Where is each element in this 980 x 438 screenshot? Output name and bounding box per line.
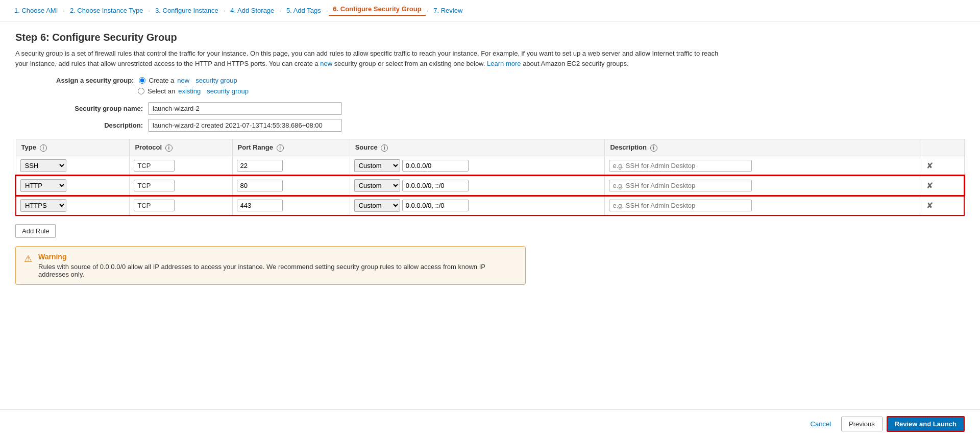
rules-table: Type i Protocol i Port Range i Source i … (15, 139, 965, 216)
main-content: Step 6: Configure Security Group A secur… (0, 21, 980, 295)
assign-row-2: Select an existing security group (56, 87, 965, 95)
desc-input-2[interactable] (609, 180, 752, 191)
warning-text: Rules with source of 0.0.0.0/0 allow all… (38, 263, 517, 278)
desc-info-icon[interactable]: i (650, 144, 657, 152)
protocol-cell-3 (130, 196, 232, 215)
add-rule-button[interactable]: Add Rule (15, 224, 56, 238)
type-cell-2: SSH HTTP HTTPS Custom TCP (16, 176, 130, 196)
existing-link[interactable]: existing (178, 87, 201, 95)
remove-cell-3: ✘ (919, 196, 964, 215)
sg-desc-label: Description: (56, 121, 148, 129)
form-section: Security group name: Description: (56, 102, 965, 132)
source-info-icon[interactable]: i (381, 144, 388, 152)
step-6[interactable]: 6. Configure Security Group (329, 5, 425, 16)
protocol-field-1 (134, 160, 175, 172)
protocol-field-2 (134, 180, 175, 191)
desc-cell-1 (605, 156, 919, 176)
source-cell-2: Custom Anywhere My IP (350, 176, 605, 196)
select-existing-radio[interactable] (138, 88, 144, 94)
protocol-cell-2 (130, 176, 232, 196)
source-input-2[interactable] (402, 180, 469, 191)
bottom-navigation: Cancel Previous Review and Launch (0, 409, 980, 438)
review-and-launch-button[interactable]: Review and Launch (887, 416, 965, 432)
sg-desc-row: Description: (56, 119, 965, 132)
create-new-option[interactable]: Create a new security group (139, 77, 237, 84)
type-select-1[interactable]: SSH HTTP HTTPS Custom TCP Custom UDP (20, 159, 66, 172)
step-4[interactable]: 4. Add Storage (226, 7, 278, 14)
type-select-2[interactable]: SSH HTTP HTTPS Custom TCP (20, 179, 66, 192)
step-3[interactable]: 3. Configure Instance (151, 7, 223, 14)
source-select-2[interactable]: Custom Anywhere My IP (354, 179, 400, 192)
rules-table-body: SSH HTTP HTTPS Custom TCP Custom UDP (16, 156, 964, 215)
new-link[interactable]: new (177, 77, 189, 84)
step-5[interactable]: 5. Add Tags (282, 7, 325, 14)
source-cell-wrapper-3: Custom Anywhere My IP (354, 199, 601, 212)
desc-cell-2 (605, 176, 919, 196)
type-info-icon[interactable]: i (40, 144, 47, 152)
step-7[interactable]: 7. Review (429, 7, 467, 14)
learn-more-link[interactable]: Learn more (487, 60, 521, 67)
sg-name-input[interactable] (148, 102, 342, 115)
new-security-group-link[interactable]: new (320, 60, 332, 67)
sg-desc-input[interactable] (148, 119, 342, 132)
source-select-1[interactable]: Custom Anywhere My IP (354, 159, 400, 172)
desc-input-3[interactable] (609, 200, 752, 211)
page-description: A security group is a set of firewall ru… (15, 48, 730, 68)
port-cell-1 (232, 156, 350, 176)
sg-name-label: Security group name: (56, 105, 148, 112)
port-field-1[interactable] (237, 160, 283, 172)
existing-sg-link[interactable]: security group (207, 87, 249, 95)
col-description: Description i (605, 139, 919, 156)
table-row: SSH HTTP HTTPS Custom TCP Custom (16, 176, 964, 196)
col-type: Type i (16, 139, 130, 156)
source-input-1[interactable] (402, 160, 469, 172)
port-field-3[interactable] (237, 200, 283, 211)
protocol-field-3 (134, 200, 175, 211)
remove-rule-2[interactable]: ✘ (923, 180, 936, 191)
warning-box: ⚠ Warning Rules with source of 0.0.0.0/0… (15, 246, 526, 285)
cancel-button[interactable]: Cancel (804, 417, 837, 431)
step-separator-6: · (426, 7, 430, 14)
source-cell-3: Custom Anywhere My IP (350, 196, 605, 215)
rules-table-header: Type i Protocol i Port Range i Source i … (16, 139, 964, 156)
step-separator-3: · (223, 7, 227, 14)
table-row: SSH HTTP HTTPS Custom TCP Custom (16, 196, 964, 215)
rules-header-row: Type i Protocol i Port Range i Source i … (16, 139, 964, 156)
warning-content: Warning Rules with source of 0.0.0.0/0 a… (38, 253, 517, 278)
col-remove (919, 139, 964, 156)
port-cell-2 (232, 176, 350, 196)
previous-button[interactable]: Previous (841, 417, 883, 431)
source-cell-1: Custom Anywhere My IP (350, 156, 605, 176)
port-cell-3 (232, 196, 350, 215)
source-input-3[interactable] (402, 200, 469, 211)
assign-label: Assign a security group: (56, 77, 139, 84)
table-row: SSH HTTP HTTPS Custom TCP Custom UDP (16, 156, 964, 176)
type-cell-1: SSH HTTP HTTPS Custom TCP Custom UDP (16, 156, 130, 176)
sg-name-row: Security group name: (56, 102, 965, 115)
port-info-icon[interactable]: i (277, 144, 284, 152)
desc-cell-3 (605, 196, 919, 215)
col-port-range: Port Range i (232, 139, 350, 156)
warning-title: Warning (38, 253, 517, 261)
type-select-3[interactable]: SSH HTTP HTTPS Custom TCP (20, 199, 66, 212)
remove-rule-1[interactable]: ✘ (923, 160, 936, 172)
security-group-link[interactable]: security group (195, 77, 237, 84)
remove-rule-3[interactable]: ✘ (923, 200, 936, 211)
remove-cell-1: ✘ (919, 156, 964, 176)
source-cell-wrapper-2: Custom Anywhere My IP (354, 179, 601, 192)
port-field-2[interactable] (237, 180, 283, 191)
protocol-info-icon[interactable]: i (165, 144, 173, 152)
step-2[interactable]: 2. Choose Instance Type (66, 7, 148, 14)
source-select-3[interactable]: Custom Anywhere My IP (354, 199, 400, 212)
wizard-navigation: 1. Choose AMI · 2. Choose Instance Type … (0, 0, 980, 21)
source-cell-wrapper-1: Custom Anywhere My IP (354, 159, 601, 172)
step-separator-4: · (278, 7, 282, 14)
remove-cell-2: ✘ (919, 176, 964, 196)
step-separator-2: · (147, 7, 151, 14)
desc-input-1[interactable] (609, 160, 752, 172)
step-1[interactable]: 1. Choose AMI (10, 7, 62, 14)
col-protocol: Protocol i (130, 139, 232, 156)
select-existing-option[interactable]: Select an existing security group (138, 87, 249, 95)
create-new-radio[interactable] (139, 77, 145, 84)
page-title: Step 6: Configure Security Group (15, 32, 965, 43)
